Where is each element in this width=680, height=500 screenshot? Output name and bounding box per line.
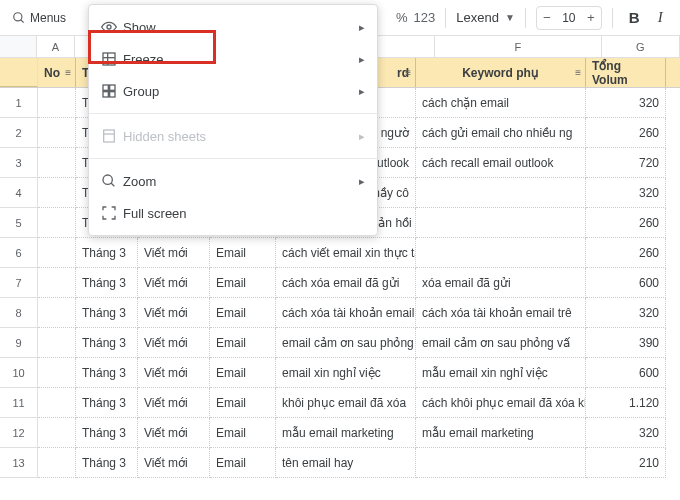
cell-keyword-phu[interactable] <box>416 448 586 478</box>
cell-no[interactable] <box>38 448 76 478</box>
cell-volume[interactable]: 210 <box>586 448 666 478</box>
cell-topic[interactable]: Email <box>210 418 276 448</box>
row-number[interactable]: 2 <box>0 118 38 148</box>
menu-item-group[interactable]: Group ▸ <box>89 75 377 107</box>
cell-keyword[interactable]: cách xóa tài khoản email trên <box>276 298 416 328</box>
cell-keyword[interactable]: khôi phục email đã xóa <box>276 388 416 418</box>
cell-no[interactable] <box>38 358 76 388</box>
number-format[interactable]: 123 <box>414 10 436 25</box>
cell-topic[interactable]: Email <box>210 268 276 298</box>
cell-no[interactable] <box>38 118 76 148</box>
cell-keyword-phu[interactable] <box>416 238 586 268</box>
cell-volume[interactable]: 600 <box>586 268 666 298</box>
cell-keyword[interactable]: cách xóa email đã gửi <box>276 268 416 298</box>
cell-keyword-phu[interactable]: cách recall email outlook <box>416 148 586 178</box>
cell-no[interactable] <box>38 178 76 208</box>
cell-keyword[interactable]: cách viết email xin thực tập <box>276 238 416 268</box>
cell-topic[interactable]: Email <box>210 358 276 388</box>
filter-icon[interactable]: ≡ <box>575 67 581 78</box>
cell-status[interactable]: Viết mới <box>138 328 210 358</box>
row-number[interactable]: 1 <box>0 88 38 118</box>
cell-no[interactable] <box>38 88 76 118</box>
cell-volume[interactable]: 320 <box>586 418 666 448</box>
cell-topic[interactable]: Email <box>210 298 276 328</box>
cell-no[interactable] <box>38 148 76 178</box>
cell-status[interactable]: Viết mới <box>138 358 210 388</box>
bold-button[interactable]: B <box>623 7 646 28</box>
row-number[interactable]: 12 <box>0 418 38 448</box>
menu-item-freeze[interactable]: Freeze ▸ <box>89 43 377 75</box>
cell-status[interactable]: Viết mới <box>138 238 210 268</box>
cell-topic[interactable]: Email <box>210 238 276 268</box>
cell-status[interactable]: Viết mới <box>138 388 210 418</box>
cell-keyword-phu[interactable]: xóa email đã gửi <box>416 268 586 298</box>
menu-item-zoom[interactable]: Zoom ▸ <box>89 165 377 197</box>
cell-status[interactable]: Viết mới <box>138 448 210 478</box>
row-number[interactable]: 9 <box>0 328 38 358</box>
cell-volume[interactable]: 260 <box>586 118 666 148</box>
filter-icon[interactable]: ≡ <box>405 67 411 78</box>
cell-volume[interactable]: 260 <box>586 208 666 238</box>
menu-item-fullscreen[interactable]: Full screen <box>89 197 377 229</box>
cell-volume[interactable]: 720 <box>586 148 666 178</box>
menus-search[interactable]: Menus <box>4 9 74 27</box>
cell-no[interactable] <box>38 328 76 358</box>
filter-icon[interactable]: ≡ <box>65 67 71 78</box>
cell-thang[interactable]: Tháng 3 <box>76 268 138 298</box>
increase-size-button[interactable]: + <box>581 7 601 29</box>
cell-keyword[interactable]: email cảm ơn sau phỏng vấn <box>276 328 416 358</box>
cell-volume[interactable]: 260 <box>586 238 666 268</box>
cell-volume[interactable]: 320 <box>586 178 666 208</box>
cell-keyword-phu[interactable]: mẫu email xin nghỉ việc <box>416 358 586 388</box>
cell-thang[interactable]: Tháng 3 <box>76 448 138 478</box>
cell-keyword-phu[interactable] <box>416 178 586 208</box>
cell-keyword-phu[interactable] <box>416 208 586 238</box>
cell-topic[interactable]: Email <box>210 448 276 478</box>
cell-thang[interactable]: Tháng 3 <box>76 298 138 328</box>
cell-thang[interactable]: Tháng 3 <box>76 328 138 358</box>
cell-keyword[interactable]: tên email hay <box>276 448 416 478</box>
menu-item-show[interactable]: Show ▸ <box>89 11 377 43</box>
cell-keyword[interactable]: mẫu email marketing <box>276 418 416 448</box>
cell-volume[interactable]: 320 <box>586 88 666 118</box>
row-number[interactable]: 13 <box>0 448 38 478</box>
cell-topic[interactable]: Email <box>210 328 276 358</box>
row-number[interactable]: 3 <box>0 148 38 178</box>
col-header-A[interactable]: A <box>37 36 74 57</box>
cell-status[interactable]: Viết mới <box>138 298 210 328</box>
col-header-F[interactable]: F <box>435 36 602 57</box>
cell-no[interactable] <box>38 238 76 268</box>
row-number[interactable]: 6 <box>0 238 38 268</box>
select-all-corner[interactable] <box>0 36 37 57</box>
cell-no[interactable] <box>38 388 76 418</box>
cell-topic[interactable]: Email <box>210 388 276 418</box>
cell-keyword-phu[interactable]: cách xóa tài khoản email trê <box>416 298 586 328</box>
cell-no[interactable] <box>38 418 76 448</box>
row-number[interactable]: 4 <box>0 178 38 208</box>
cell-keyword-phu[interactable]: email cảm ơn sau phỏng vấ <box>416 328 586 358</box>
row-number[interactable]: 11 <box>0 388 38 418</box>
row-number[interactable]: 8 <box>0 298 38 328</box>
row-number[interactable]: 10 <box>0 358 38 388</box>
cell-thang[interactable]: Tháng 3 <box>76 358 138 388</box>
cell-volume[interactable]: 390 <box>586 328 666 358</box>
col-header-G[interactable]: G <box>602 36 680 57</box>
decrease-size-button[interactable]: − <box>537 7 557 29</box>
font-selector[interactable]: Lexend <box>456 10 499 25</box>
cell-volume[interactable]: 1.120 <box>586 388 666 418</box>
cell-keyword[interactable]: email xin nghỉ việc <box>276 358 416 388</box>
cell-status[interactable]: Viết mới <box>138 268 210 298</box>
row-number[interactable]: 5 <box>0 208 38 238</box>
cell-keyword-phu[interactable]: mẫu email marketing <box>416 418 586 448</box>
cell-volume[interactable]: 320 <box>586 298 666 328</box>
cell-thang[interactable]: Tháng 3 <box>76 238 138 268</box>
italic-button[interactable]: I <box>652 7 669 28</box>
cell-keyword-phu[interactable]: cách khôi phục email đã xóa khôi phục em… <box>416 388 586 418</box>
cell-thang[interactable]: Tháng 3 <box>76 418 138 448</box>
cell-no[interactable] <box>38 208 76 238</box>
percent-format[interactable]: % <box>396 10 408 25</box>
cell-keyword-phu[interactable]: cách gửi email cho nhiều ng <box>416 118 586 148</box>
cell-thang[interactable]: Tháng 3 <box>76 388 138 418</box>
cell-keyword-phu[interactable]: cách chặn email <box>416 88 586 118</box>
cell-no[interactable] <box>38 268 76 298</box>
